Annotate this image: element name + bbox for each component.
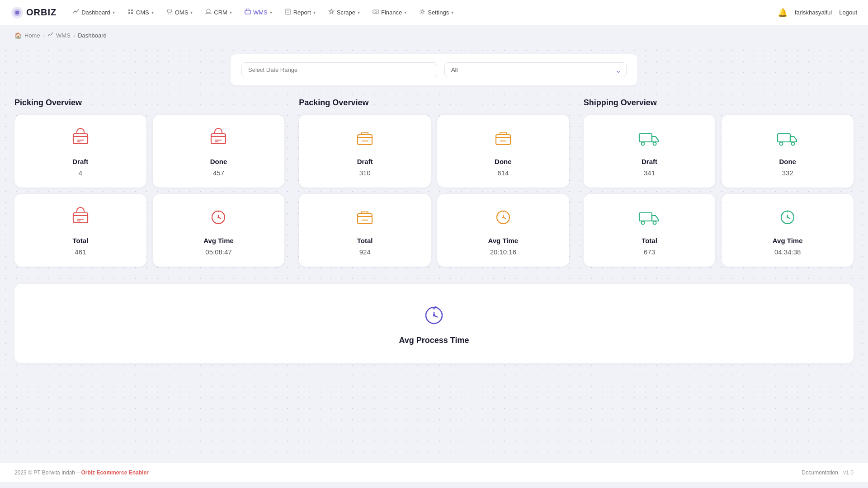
breadcrumb-sep1: › — [43, 32, 45, 39]
scrape-icon — [328, 9, 335, 16]
packing-avgtime-value: 20:10:16 — [490, 248, 516, 256]
breadcrumb-wms[interactable]: WMS — [56, 32, 71, 39]
packing-done-icon — [493, 127, 513, 151]
nav-settings[interactable]: Settings ▾ — [414, 6, 459, 19]
wms-icon — [245, 9, 251, 16]
packing-title: Packing Overview — [299, 98, 569, 108]
main-content: All Today This Week This Month ⌄ Picking… — [0, 45, 868, 452]
shipping-overview: Shipping Overview Draft 341 — [584, 98, 854, 273]
shipping-draft-value: 341 — [644, 169, 655, 177]
nav-finance[interactable]: Finance ▾ — [367, 6, 412, 19]
nav-scrape[interactable]: Scrape ▾ — [323, 6, 365, 19]
shipping-done-value: 332 — [782, 169, 793, 177]
nav-crm[interactable]: CRM ▾ — [200, 6, 237, 19]
svg-rect-50 — [639, 213, 652, 221]
svg-point-42 — [502, 216, 504, 218]
dashboard-icon — [73, 9, 79, 16]
shipping-total-icon — [638, 206, 660, 230]
finance-arrow: ▾ — [404, 10, 406, 15]
nav-wms[interactable]: WMS ▾ — [239, 6, 278, 19]
svg-rect-4 — [131, 9, 133, 11]
packing-cards-row1: Draft 310 Done 614 — [299, 115, 569, 188]
picking-total-value: 461 — [75, 248, 86, 256]
nav-user-area: 🔔 fariskhasyaiful Logout — [778, 8, 857, 18]
footer-brand[interactable]: Orbiz Ecommerce Enabler — [81, 469, 148, 476]
svg-point-16 — [421, 11, 424, 13]
shipping-done-icon — [777, 127, 798, 151]
cms-arrow: ▾ — [151, 10, 154, 15]
nav-dashboard-label: Dashboard — [81, 9, 110, 16]
packing-overview: Packing Overview Draft 310 — [299, 98, 569, 273]
bell-icon[interactable]: 🔔 — [778, 8, 788, 18]
picking-cards-row2: Total 461 Avg T — [14, 194, 284, 267]
footer-doc-label[interactable]: Documentation — [802, 469, 838, 476]
svg-point-15 — [375, 11, 377, 13]
svg-point-46 — [653, 142, 656, 145]
shipping-avgtime-card: Avg Time 04:34:38 — [722, 194, 854, 267]
nav-settings-label: Settings — [428, 9, 449, 16]
breadcrumb-sep2: › — [73, 32, 75, 39]
picking-draft-icon — [71, 127, 90, 151]
shipping-total-card: Total 673 — [584, 194, 716, 267]
scrape-arrow: ▾ — [358, 10, 360, 15]
packing-done-label: Done — [495, 158, 512, 165]
shipping-draft-icon — [638, 127, 660, 151]
svg-point-30 — [217, 216, 219, 218]
svg-rect-10 — [245, 10, 250, 14]
nav-crm-label: CRM — [214, 9, 227, 16]
shipping-draft-label: Draft — [642, 158, 657, 165]
svg-point-2 — [15, 11, 19, 14]
picking-avgtime-value: 05:08:47 — [205, 248, 231, 256]
report-arrow: ▾ — [313, 10, 316, 15]
svg-point-48 — [780, 142, 783, 145]
svg-rect-36 — [358, 214, 372, 224]
nav-oms-label: OMS — [175, 9, 189, 16]
filter-select[interactable]: All Today This Week This Month — [444, 62, 627, 77]
svg-point-7 — [168, 14, 169, 14]
svg-rect-47 — [778, 134, 790, 142]
logo: ORBIZ — [11, 6, 57, 19]
nav-oms[interactable]: OMS ▾ — [161, 6, 198, 19]
picking-total-card: Total 461 — [14, 194, 146, 267]
picking-total-icon — [71, 206, 90, 230]
avg-process-section: Avg Process Time — [14, 284, 854, 363]
svg-point-9 — [207, 9, 210, 13]
filter-bar: All Today This Week This Month ⌄ — [231, 54, 637, 85]
svg-rect-44 — [639, 134, 652, 142]
packing-total-card: Total 924 — [299, 194, 431, 267]
packing-draft-value: 310 — [359, 169, 371, 177]
picking-draft-card: Draft 4 — [14, 115, 146, 188]
dashboard-arrow: ▾ — [113, 10, 115, 15]
svg-point-57 — [787, 216, 788, 218]
picking-total-label: Total — [72, 237, 88, 244]
settings-icon — [419, 9, 425, 16]
shipping-done-label: Done — [779, 158, 796, 165]
svg-point-52 — [653, 221, 656, 225]
logout-button[interactable]: Logout — [839, 9, 857, 16]
svg-point-65 — [435, 306, 437, 308]
packing-draft-icon — [355, 127, 375, 151]
home-icon: 🏠 — [14, 32, 22, 39]
packing-total-value: 924 — [359, 248, 371, 256]
picking-cards-row1: Draft 4 Done 457 — [14, 115, 284, 188]
svg-point-45 — [642, 142, 645, 145]
picking-done-value: 457 — [213, 169, 224, 177]
packing-avgtime-label: Avg Time — [488, 237, 518, 244]
breadcrumb-home[interactable]: Home — [24, 32, 40, 39]
svg-point-49 — [792, 142, 795, 145]
footer: 2023 © PT Borwita Indah – Orbiz Ecommerc… — [0, 463, 868, 482]
logo-text: ORBIZ — [26, 7, 57, 18]
oms-icon — [166, 9, 173, 16]
nav-dashboard[interactable]: Dashboard ▾ — [67, 6, 120, 19]
svg-point-8 — [170, 14, 171, 14]
packing-cards-row2: Total 924 Avg Time — [299, 194, 569, 267]
svg-rect-14 — [373, 10, 378, 14]
shipping-avgtime-icon — [778, 206, 797, 230]
date-range-input[interactable] — [241, 62, 437, 77]
nav-cms[interactable]: CMS ▾ — [122, 6, 159, 19]
svg-rect-6 — [131, 12, 133, 14]
shipping-cards-row1: Draft 341 Done 332 — [584, 115, 854, 188]
svg-rect-11 — [286, 9, 290, 14]
nav-report[interactable]: Report ▾ — [279, 6, 321, 19]
packing-done-value: 614 — [497, 169, 509, 177]
